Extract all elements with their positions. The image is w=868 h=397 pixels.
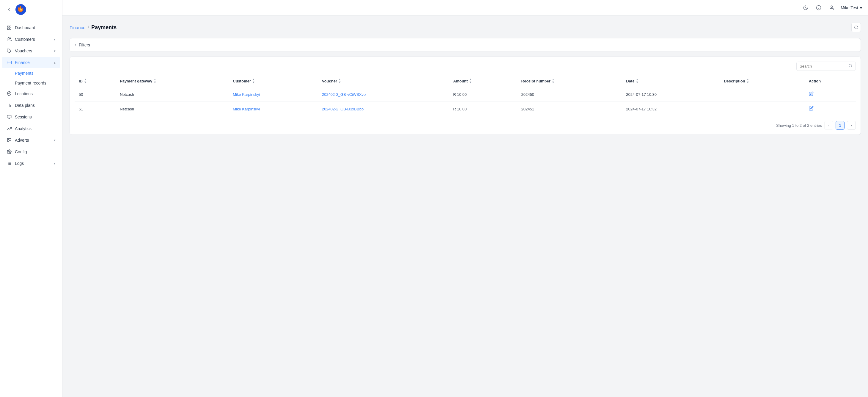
sort-amount[interactable]: Amount ▲▼ [453, 78, 472, 84]
sidebar-subitem-payment-records[interactable]: Payment records [2, 78, 60, 88]
sidebar-item-dashboard[interactable]: Dashboard [2, 22, 60, 33]
sidebar-item-label: Customers [15, 37, 35, 42]
sidebar-item-locations[interactable]: Locations [2, 88, 60, 100]
cell-id: 50 [74, 87, 116, 102]
sidebar-item-label: Adverts [15, 138, 29, 143]
table-toolbar [74, 62, 856, 71]
user-menu[interactable]: Mike Test ▾ [841, 5, 862, 10]
sort-arrows-icon: ▲▼ [252, 78, 255, 84]
page-1-button[interactable]: 1 [836, 121, 844, 130]
sidebar-item-label: Data plans [15, 103, 35, 108]
sidebar-subitem-payments[interactable]: Payments [2, 68, 60, 78]
cell-date: 2024-07-17 10:32 [622, 102, 720, 116]
chevron-down-icon: ▾ [54, 49, 56, 53]
search-box[interactable] [796, 62, 856, 71]
chevron-down-icon: ▾ [54, 162, 56, 166]
sidebar-item-sessions[interactable]: Sessions [2, 111, 60, 123]
prev-page-button[interactable]: ‹ [824, 121, 833, 130]
cell-receipt-number: 202450 [517, 87, 622, 102]
sidebar-item-analytics[interactable]: Analytics [2, 123, 60, 134]
sort-id[interactable]: ID ▲▼ [79, 78, 87, 84]
cell-amount: R 10.00 [449, 102, 517, 116]
sort-date[interactable]: Date ▲▼ [626, 78, 639, 84]
col-id: ID ▲▼ [74, 75, 116, 87]
cell-action[interactable] [805, 87, 856, 102]
chevron-down-icon: ▾ [860, 5, 862, 10]
cell-voucher[interactable]: 202402-2_GB-vCiWSXvo [318, 87, 449, 102]
sidebar-item-label: Logs [15, 161, 24, 166]
sidebar-item-label: Sessions [15, 115, 32, 119]
cell-action[interactable] [805, 102, 856, 116]
sidebar-item-label: Dashboard [15, 25, 35, 30]
sidebar-item-config[interactable]: Config [2, 146, 60, 158]
pagination-text: Showing 1 to 2 of 2 entries [776, 123, 822, 128]
cell-amount: R 10.00 [449, 87, 517, 102]
sidebar-item-label: Analytics [15, 126, 32, 131]
sort-payment-gateway[interactable]: Payment gateway ▲▼ [120, 78, 156, 84]
table-row: 51 Netcash Mike Karpinskyi 202402-2_GB-i… [74, 102, 856, 116]
svg-rect-7 [7, 61, 11, 64]
main-wrapper: Mike Test ▾ Finance / Payments › Filters [62, 0, 868, 397]
filters-bar[interactable]: › Filters [69, 38, 861, 52]
chevron-up-icon: ▴ [54, 61, 56, 64]
sort-voucher[interactable]: Voucher ▲▼ [322, 78, 341, 84]
sidebar-header [0, 0, 62, 19]
user-name: Mike Test [841, 5, 858, 10]
col-customer: Customer ▲▼ [228, 75, 318, 87]
pagination: Showing 1 to 2 of 2 entries ‹ 1 › [74, 121, 856, 130]
grid-icon [6, 25, 12, 30]
cell-customer[interactable]: Mike Karpinskyi [228, 87, 318, 102]
sidebar-subitem-label: Payments [15, 71, 33, 76]
sort-receipt-number[interactable]: Receipt number ▲▼ [521, 78, 555, 84]
col-receipt-number: Receipt number ▲▼ [517, 75, 622, 87]
back-button[interactable] [5, 5, 13, 14]
svg-rect-1 [7, 26, 9, 27]
sort-arrows-icon: ▲▼ [338, 78, 341, 84]
filters-label: Filters [79, 42, 90, 47]
cell-description [720, 102, 804, 116]
svg-point-28 [831, 6, 833, 7]
sidebar-item-data-plans[interactable]: Data plans [2, 100, 60, 111]
svg-rect-3 [7, 28, 9, 29]
payments-table: ID ▲▼ Payment gateway ▲▼ [74, 75, 856, 116]
breadcrumb-separator: / [88, 25, 89, 30]
sort-customer[interactable]: Customer ▲▼ [233, 78, 255, 84]
search-input[interactable] [800, 64, 846, 68]
refresh-button[interactable] [851, 23, 861, 32]
sidebar-navigation: Dashboard Customers ▾ Vouchers ▾ Finance… [0, 19, 62, 397]
edit-button[interactable] [809, 91, 814, 97]
sidebar-item-adverts[interactable]: Adverts ▾ [2, 135, 60, 146]
svg-point-18 [9, 151, 10, 152]
user-avatar-icon[interactable] [828, 4, 836, 12]
svg-line-30 [851, 67, 852, 67]
trending-up-icon [6, 126, 12, 131]
sidebar-item-label: Config [15, 149, 27, 154]
sidebar-item-logs[interactable]: Logs ▾ [2, 158, 60, 169]
tag-icon [6, 48, 12, 54]
table-row: 50 Netcash Mike Karpinskyi 202402-2_GB-v… [74, 87, 856, 102]
sidebar-item-vouchers[interactable]: Vouchers ▾ [2, 45, 60, 57]
edit-button[interactable] [809, 106, 814, 112]
cell-payment-gateway: Netcash [116, 87, 228, 102]
cell-customer[interactable]: Mike Karpinskyi [228, 102, 318, 116]
monitor-icon [6, 114, 12, 120]
chevron-right-icon: › [75, 43, 76, 47]
sort-arrows-icon: ▲▼ [552, 78, 555, 84]
sidebar-item-label: Finance [15, 60, 30, 65]
next-page-button[interactable]: › [847, 121, 856, 130]
sidebar-item-label: Vouchers [15, 49, 32, 53]
sort-description[interactable]: Description ▲▼ [724, 78, 749, 84]
cell-voucher[interactable]: 202402-2_GB-iJ3xBBbb [318, 102, 449, 116]
sort-arrows-icon: ▲▼ [636, 78, 639, 84]
sidebar-item-finance[interactable]: Finance ▴ [2, 57, 60, 68]
sidebar-item-label: Locations [15, 91, 33, 96]
col-action: Action [805, 75, 856, 87]
info-icon[interactable] [814, 4, 823, 12]
cell-receipt-number: 202451 [517, 102, 622, 116]
moon-icon[interactable] [801, 4, 810, 12]
sidebar-item-customers[interactable]: Customers ▾ [2, 34, 60, 45]
sort-arrows-icon: ▲▼ [469, 78, 472, 84]
breadcrumb-parent[interactable]: Finance [69, 25, 85, 30]
cell-id: 51 [74, 102, 116, 116]
cell-payment-gateway: Netcash [116, 102, 228, 116]
